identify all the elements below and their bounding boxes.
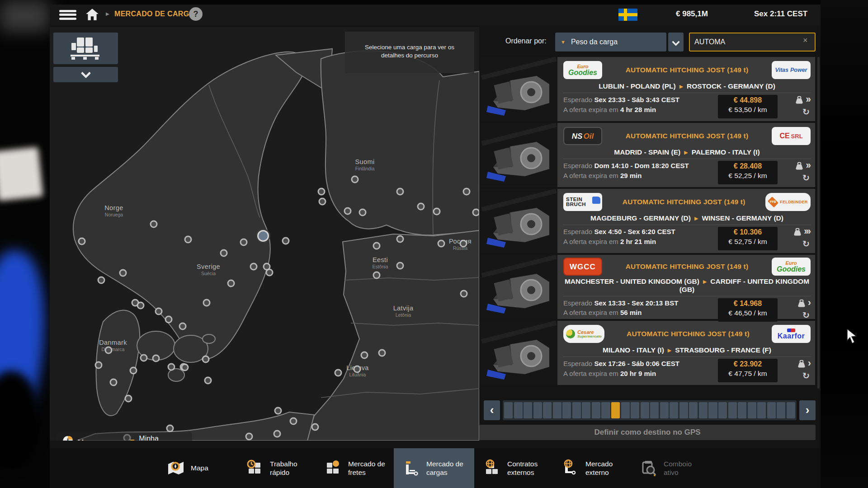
page-segment[interactable] xyxy=(777,402,785,418)
city-marker[interactable] xyxy=(155,308,163,315)
page-segment[interactable] xyxy=(689,402,698,418)
page-segment[interactable] xyxy=(679,402,688,418)
city-marker[interactable] xyxy=(204,377,212,385)
city-marker[interactable] xyxy=(168,363,175,371)
city-marker[interactable] xyxy=(460,290,468,298)
city-marker[interactable] xyxy=(250,263,258,271)
cargo-offer-card[interactable]: STEINBRUCH AUTOMATIC HITCHING JOST (149 … xyxy=(481,189,815,253)
city-marker[interactable] xyxy=(203,299,211,307)
previous-page-button[interactable]: ‹ xyxy=(484,400,500,420)
page-segment[interactable] xyxy=(718,402,727,418)
tab-map[interactable]: Mapa xyxy=(158,448,217,488)
page-segment[interactable] xyxy=(767,402,776,418)
page-segment[interactable] xyxy=(572,402,581,418)
city-marker[interactable] xyxy=(396,188,404,196)
page-segment[interactable] xyxy=(757,402,766,418)
city-marker[interactable] xyxy=(140,354,148,362)
city-marker[interactable] xyxy=(266,269,274,277)
city-marker[interactable] xyxy=(373,272,381,279)
city-marker[interactable] xyxy=(417,203,425,211)
city-marker[interactable] xyxy=(359,209,367,216)
page-segment[interactable] xyxy=(641,402,649,418)
page-segment[interactable] xyxy=(533,402,542,418)
page-segment[interactable] xyxy=(631,402,639,418)
cargo-offer-card[interactable]: WGCC AUTOMATIC HITCHING JOST (149 t) Eur… xyxy=(481,255,815,319)
page-segment[interactable] xyxy=(670,402,678,418)
collapse-map-controls-button[interactable] xyxy=(53,67,118,82)
tab-freight-market[interactable]: Mercado defretes xyxy=(316,448,393,488)
page-segment[interactable] xyxy=(582,402,590,418)
search-input[interactable] xyxy=(689,33,816,52)
city-marker[interactable] xyxy=(98,277,105,284)
cargo-offer-card[interactable]: CesareSupermercato AUTOMATIC HITCHING JO… xyxy=(481,321,815,385)
page-segment[interactable] xyxy=(621,402,630,418)
city-marker[interactable] xyxy=(105,347,113,354)
city-marker[interactable] xyxy=(396,262,404,270)
city-marker[interactable] xyxy=(438,240,445,248)
page-segment[interactable] xyxy=(660,402,669,418)
map-view[interactable]: NorgeNoruegaSverigeSuéciaSuomiFinlândiaE… xyxy=(50,27,479,441)
city-marker[interactable] xyxy=(351,176,359,183)
page-segment[interactable] xyxy=(524,402,532,418)
clear-search-icon[interactable]: × xyxy=(803,36,808,44)
city-marker[interactable] xyxy=(137,302,145,310)
home-icon[interactable] xyxy=(85,7,99,22)
city-marker[interactable] xyxy=(184,236,192,244)
tab-external-market[interactable]: Mercadoexterno xyxy=(553,448,621,488)
city-marker[interactable] xyxy=(220,249,228,257)
city-marker[interactable] xyxy=(472,209,480,216)
cargo-offer-card[interactable]: NSOil AUTOMATIC HITCHING JOST (149 t) CE… xyxy=(481,123,815,187)
city-marker[interactable] xyxy=(344,207,352,215)
city-marker[interactable] xyxy=(78,238,86,245)
city-marker[interactable] xyxy=(378,349,386,357)
tab-external-contracts[interactable]: Contratosexternos xyxy=(475,448,546,488)
menu-icon[interactable] xyxy=(59,8,76,22)
city-marker[interactable] xyxy=(179,323,187,330)
city-marker[interactable] xyxy=(335,369,342,377)
city-marker[interactable] xyxy=(227,280,235,287)
city-marker[interactable] xyxy=(125,395,132,403)
city-marker[interactable] xyxy=(396,235,404,243)
next-page-button[interactable]: › xyxy=(799,400,816,420)
tab-cargo-market[interactable]: Mercado decargas xyxy=(394,448,474,488)
page-segment[interactable] xyxy=(748,402,756,418)
city-marker[interactable] xyxy=(274,430,281,438)
page-segment[interactable] xyxy=(728,402,737,418)
city-marker[interactable] xyxy=(274,407,282,415)
help-icon[interactable]: ? xyxy=(189,7,203,21)
city-marker[interactable] xyxy=(373,242,381,250)
page-segment[interactable] xyxy=(504,402,513,418)
page-track[interactable] xyxy=(503,400,797,420)
page-segment[interactable] xyxy=(601,402,610,418)
city-marker[interactable] xyxy=(181,364,189,371)
city-marker[interactable] xyxy=(130,367,137,375)
city-marker[interactable] xyxy=(463,188,471,196)
current-page-segment[interactable] xyxy=(611,402,620,418)
city-marker[interactable] xyxy=(165,316,173,324)
sort-expand-button[interactable] xyxy=(668,33,684,52)
tab-quick-job[interactable]: Trabalhorápido xyxy=(237,448,306,488)
page-segment[interactable] xyxy=(592,402,600,418)
cargo-overview-button[interactable] xyxy=(53,33,118,64)
city-marker[interactable] xyxy=(166,425,174,432)
page-segment[interactable] xyxy=(738,402,746,418)
city-marker[interactable] xyxy=(110,379,118,386)
city-marker[interactable] xyxy=(150,221,158,228)
city-marker[interactable] xyxy=(240,239,248,246)
city-marker[interactable] xyxy=(318,188,326,196)
page-segment[interactable] xyxy=(553,402,561,418)
city-marker[interactable] xyxy=(460,240,467,248)
page-segment[interactable] xyxy=(699,402,708,418)
page-segment[interactable] xyxy=(543,402,552,418)
sort-dropdown[interactable]: ▼ Peso da carga xyxy=(555,33,666,52)
page-segment[interactable] xyxy=(708,402,717,418)
city-marker[interactable] xyxy=(282,237,290,245)
city-marker[interactable] xyxy=(95,361,103,369)
city-marker[interactable] xyxy=(361,352,368,359)
page-segment[interactable] xyxy=(787,402,795,418)
page-segment[interactable] xyxy=(562,402,571,418)
city-marker[interactable] xyxy=(354,366,361,373)
city-marker[interactable] xyxy=(152,355,160,362)
city-marker[interactable] xyxy=(290,418,297,425)
city-marker[interactable] xyxy=(245,433,253,441)
